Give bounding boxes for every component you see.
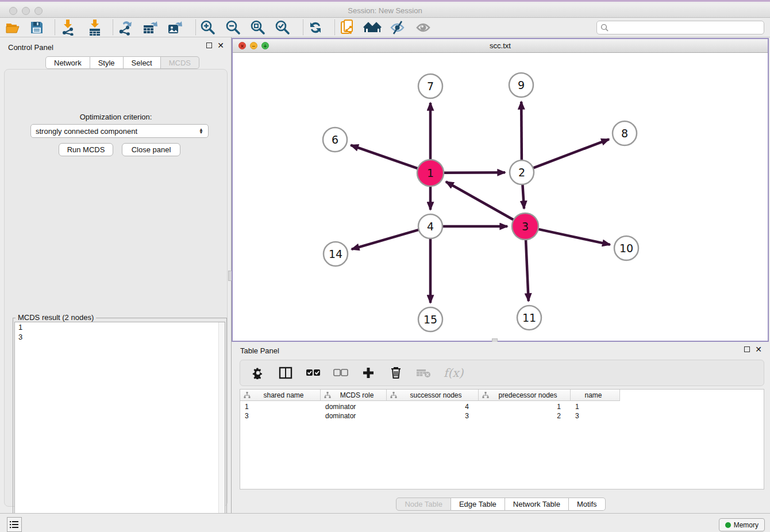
show-all-networks-icon[interactable]: [363, 19, 382, 36]
close-table-panel-icon[interactable]: ✕: [755, 346, 762, 352]
memory-button[interactable]: Memory: [719, 518, 765, 531]
control-panel-tabs: Network Style Select MCDS: [45, 56, 199, 69]
graph-edge-4-14[interactable]: [352, 230, 419, 249]
show-selected-icon[interactable]: [414, 19, 433, 36]
zoom-fit-icon[interactable]: [249, 19, 267, 36]
clone-network-icon[interactable]: [338, 19, 357, 36]
table-row[interactable]: 1 dominator 4 1 1: [240, 402, 620, 411]
add-column-icon[interactable]: [361, 365, 376, 380]
main-toolbar: [0, 18, 770, 37]
result-scrollbar[interactable]: [218, 322, 225, 532]
export-table-icon[interactable]: [141, 19, 160, 36]
mcds-result-group: MCDS result (2 nodes) 1 3: [13, 318, 227, 532]
float-panel-icon[interactable]: [206, 43, 212, 48]
graph-node-label: 11: [522, 311, 536, 324]
tab-node-table[interactable]: Node Table: [396, 498, 451, 511]
toolbar-separator: [113, 20, 113, 35]
settings-gear-icon[interactable]: [251, 365, 265, 380]
toggle-column-view-icon[interactable]: [278, 365, 293, 380]
table-tabs: Node Table Edge Table Network Table Moti…: [232, 498, 770, 511]
graph-node-label: 2: [518, 166, 525, 179]
graph-edge-3-11[interactable]: [526, 239, 529, 301]
search-box[interactable]: [596, 21, 764, 34]
column-type-icon: [244, 392, 251, 398]
graph-node-label: 6: [332, 133, 338, 146]
save-session-icon[interactable]: [28, 19, 46, 36]
graph-edge-2-3[interactable]: [522, 184, 524, 209]
hide-selected-icon[interactable]: [388, 19, 407, 36]
tab-mcds[interactable]: MCDS: [161, 56, 199, 69]
cell-mcds-role: dominator: [321, 402, 387, 411]
graph-node-label: 8: [621, 127, 628, 140]
mcds-result-list[interactable]: 1 3: [14, 322, 225, 532]
result-node: 3: [15, 332, 225, 342]
column-type-icon: [390, 392, 397, 398]
tab-select[interactable]: Select: [124, 56, 161, 69]
column-header[interactable]: successor nodes: [387, 390, 479, 401]
function-builder-icon[interactable]: f(x): [444, 366, 463, 380]
delete-columns-icon[interactable]: [388, 365, 403, 380]
import-network-icon[interactable]: [59, 19, 77, 36]
toolbar-separator: [303, 20, 303, 35]
cell-successor-nodes: 4: [387, 402, 479, 411]
cell-mcds-role: dominator: [321, 411, 387, 421]
export-network-icon[interactable]: [116, 19, 134, 36]
tab-style[interactable]: Style: [90, 56, 124, 69]
zoom-out-icon[interactable]: [224, 19, 242, 36]
graph-edge-1-6[interactable]: [351, 145, 418, 169]
memory-status-icon: [725, 522, 731, 528]
graph-node-label: 4: [427, 220, 434, 233]
graph-node-label: 15: [424, 313, 437, 326]
optimization-criterion-select[interactable]: strongly connected component ▲▼: [30, 124, 209, 138]
column-header[interactable]: MCDS role: [321, 390, 387, 401]
network-view-window: × − + scc.txt 7968124314101511: [232, 38, 769, 342]
tab-edge-table[interactable]: Edge Table: [451, 498, 505, 511]
graph-node-label: 3: [522, 220, 529, 233]
delete-table-icon[interactable]: [416, 365, 431, 380]
table-panel-title: Table Panel: [240, 346, 279, 355]
network-canvas[interactable]: 7968124314101511: [233, 53, 768, 341]
tab-motifs[interactable]: Motifs: [569, 498, 606, 511]
table-header-row: shared name MCDS role successor nodes pr…: [240, 390, 620, 401]
column-header[interactable]: shared name: [240, 390, 321, 401]
toolbar-separator: [195, 20, 196, 35]
table-row[interactable]: 3 dominator 3 2 3: [240, 411, 620, 421]
graph-edge-2-9[interactable]: [521, 102, 522, 161]
open-file-icon[interactable]: [3, 19, 22, 36]
graph-edge-3-1[interactable]: [446, 182, 514, 220]
graph-node-label: 7: [427, 80, 434, 92]
search-icon: [600, 24, 609, 32]
tab-network-table[interactable]: Network Table: [505, 498, 569, 511]
run-mcds-button[interactable]: Run MCDS: [59, 143, 113, 156]
close-panel-button[interactable]: Close panel: [122, 143, 180, 156]
search-input[interactable]: [609, 24, 764, 32]
status-bar: Memory: [0, 513, 770, 532]
list-icon: [10, 521, 19, 529]
refresh-view-icon[interactable]: [306, 19, 325, 36]
column-header[interactable]: predecessor nodes: [479, 390, 571, 401]
select-all-rows-icon[interactable]: [306, 365, 321, 380]
zoom-in-icon[interactable]: [199, 19, 217, 36]
deselect-all-rows-icon[interactable]: [333, 365, 348, 380]
graph-edge-3-10[interactable]: [538, 229, 610, 245]
cell-predecessor-nodes: 1: [479, 402, 571, 411]
float-table-panel-icon[interactable]: [744, 346, 750, 352]
graph-node-label: 14: [329, 248, 342, 260]
control-panel: Control Panel ✕ Network Style Select MCD…: [0, 37, 232, 513]
node-table[interactable]: shared name MCDS role successor nodes pr…: [240, 389, 764, 489]
network-graph[interactable]: 7968124314101511: [233, 53, 768, 341]
zoom-selected-icon[interactable]: [274, 19, 292, 36]
graph-node-label: 9: [518, 79, 525, 91]
close-panel-icon[interactable]: ✕: [217, 43, 224, 48]
cell-successor-nodes: 3: [387, 411, 479, 421]
network-window-titlebar: × − + scc.txt: [233, 39, 768, 53]
network-window-title: scc.txt: [233, 41, 768, 50]
tab-network[interactable]: Network: [45, 56, 90, 69]
memory-label: Memory: [734, 521, 759, 529]
column-header[interactable]: name: [571, 390, 620, 401]
import-table-icon[interactable]: [86, 19, 104, 36]
graph-edge-1-2[interactable]: [443, 172, 505, 173]
graph-edge-2-8[interactable]: [533, 139, 609, 168]
export-image-icon[interactable]: [166, 19, 184, 36]
task-history-button[interactable]: [7, 517, 22, 532]
